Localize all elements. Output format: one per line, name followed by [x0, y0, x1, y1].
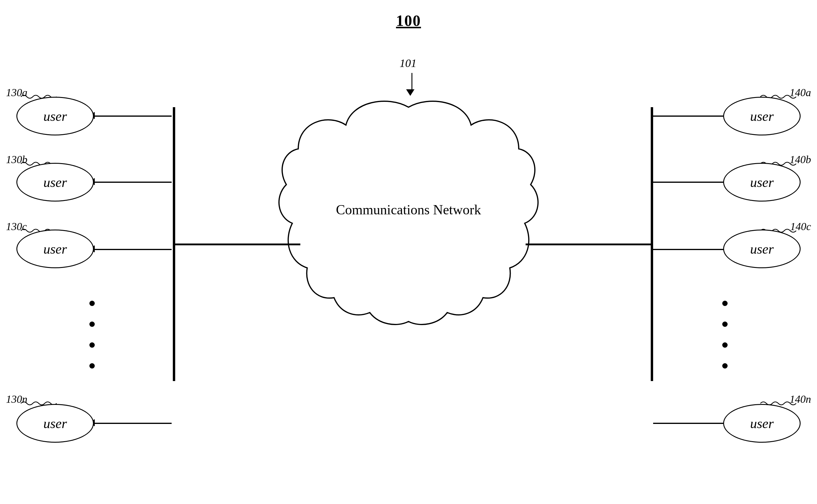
label-140b: 140b: [790, 153, 811, 166]
label-140n: 140n: [790, 393, 811, 405]
diagram: 100 101 Communications Network 130a user…: [0, 0, 817, 504]
user-ellipse-140n: user: [723, 404, 801, 443]
label-130b: 130b: [6, 153, 27, 166]
right-vertical-bar: [651, 107, 653, 381]
arrow-140b-line: [653, 182, 725, 183]
dot-left-1: [89, 301, 95, 306]
arrow-140n-line: [653, 423, 725, 424]
arrow-130a-line: [95, 116, 171, 117]
h-line-left: [175, 244, 300, 245]
arrow-130c-line: [95, 249, 171, 250]
label-130c: 130c: [6, 220, 27, 233]
user-ellipse-130a: user: [16, 97, 94, 135]
dot-left-2: [89, 322, 95, 327]
cloud-shape: Communications Network: [275, 83, 542, 336]
dot-left-4: [89, 363, 95, 369]
label-130a: 130a: [6, 86, 27, 99]
user-ellipse-130n: user: [16, 404, 94, 443]
cloud-svg: [275, 83, 542, 336]
user-ellipse-130b: user: [16, 163, 94, 202]
figure-number: 100: [396, 12, 421, 29]
user-ellipse-140c: user: [723, 230, 801, 268]
arrow-140c-line: [653, 249, 725, 250]
dot-right-2: [722, 322, 728, 327]
left-vertical-bar: [173, 107, 175, 381]
dot-left-3: [89, 342, 95, 348]
user-ellipse-130c: user: [16, 230, 94, 268]
arrow-130b-line: [95, 182, 171, 183]
arrow-140a-line: [653, 116, 725, 117]
dot-right-4: [722, 363, 728, 369]
user-ellipse-140b: user: [723, 163, 801, 202]
dot-right-3: [722, 342, 728, 348]
ref-101-label: 101: [400, 57, 417, 70]
dot-right-1: [722, 301, 728, 306]
label-130n: 130n: [6, 393, 27, 405]
h-line-right: [526, 244, 651, 245]
arrow-130n-line: [95, 423, 171, 424]
label-140c: 140c: [790, 220, 811, 233]
label-140a: 140a: [790, 86, 811, 99]
user-ellipse-140a: user: [723, 97, 801, 135]
